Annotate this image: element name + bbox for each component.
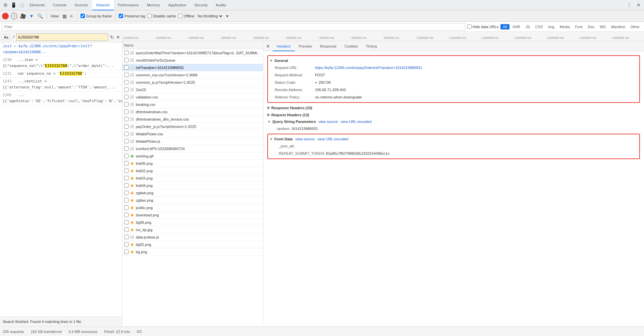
network-row-jcookies[interactable]: ⬜ data.jcokies.js <box>122 233 263 241</box>
clear-search-button[interactable]: ✕ <box>116 35 120 40</box>
network-row-init[interactable]: ⬜ init?random=1614219986931 <box>122 64 263 71</box>
network-row-common-css[interactable]: ⬜ common_css.css?cssVersion=1.9068 <box>122 71 263 79</box>
network-row-booking[interactable]: ⬜ booking.css <box>122 101 263 108</box>
disable-cache-label[interactable]: Disable cache <box>147 14 176 18</box>
record-button[interactable] <box>2 13 9 19</box>
row-checkbox[interactable] <box>124 191 129 195</box>
camera-icon[interactable]: 🎥 <box>19 13 26 19</box>
list-item[interactable]: 1230 ...Json = {\"sequence_no\":\"EJ3333… <box>0 56 122 70</box>
form-data-view-url-encoded-link[interactable]: view URL encoded <box>317 137 348 141</box>
row-checkbox[interactable] <box>124 235 129 239</box>
network-row-wdate-css[interactable]: ⬜ WdatePicker.css <box>122 130 263 138</box>
search-input[interactable] <box>16 33 108 41</box>
network-row-payorder-js[interactable]: ⬜ payOrder_js.js?scriptVersion=1.9225 <box>122 123 263 130</box>
view-source-link[interactable]: view source <box>319 120 338 124</box>
row-checkbox[interactable] <box>124 242 129 247</box>
tab-elements[interactable]: Elements <box>25 0 49 10</box>
row-checkbox[interactable] <box>124 161 129 165</box>
network-row-zgtlwb[interactable]: ▣ zgtlwb.png <box>122 189 263 197</box>
filter-type-img[interactable]: Img <box>546 24 556 29</box>
disable-cache-checkbox[interactable] <box>147 14 152 18</box>
network-row-common-js[interactable]: ⬜ common_js.js?scriptVersion=1.9225 <box>122 79 263 86</box>
throttle-select[interactable]: No throttling <box>197 14 223 18</box>
hide-data-urls-checkbox[interactable] <box>467 24 472 29</box>
offline-checkbox[interactable] <box>178 14 182 18</box>
row-checkbox[interactable] <box>124 73 129 77</box>
tab-console[interactable]: Console <box>49 0 70 10</box>
request-headers-section[interactable]: ▶ Request Headers (13) <box>267 111 640 118</box>
tab-timing[interactable]: Timing <box>362 41 381 51</box>
row-checkbox[interactable] <box>124 176 129 180</box>
filter-type-css[interactable]: CSS <box>533 24 545 29</box>
preserve-log-checkbox[interactable] <box>119 14 123 18</box>
view-url-encoded-link[interactable]: view URL encoded <box>341 120 372 124</box>
filter-type-xhr[interactable]: XHR <box>510 24 523 29</box>
row-checkbox[interactable] <box>124 124 129 129</box>
row-checkbox[interactable] <box>124 154 129 158</box>
form-data-view-source-link[interactable]: view source <box>295 137 315 141</box>
network-row-wdate-js[interactable]: ⬜ WdatePicker.js <box>122 138 263 145</box>
devtools-icon[interactable]: ⚙ <box>1 1 9 9</box>
regex-button[interactable]: .* <box>12 35 14 39</box>
network-row-bg[interactable]: ▣ bg.png <box>122 248 263 256</box>
query-string-label[interactable]: ▼ Query String Parameters <box>267 118 316 125</box>
network-row-public[interactable]: ▣ public.png <box>122 204 263 211</box>
network-row-iconfont[interactable]: ⬜ iconfont.ttf?t=1532688360724 <box>122 145 263 152</box>
row-checkbox[interactable] <box>124 139 129 143</box>
settings-icon[interactable]: ⋮ <box>625 1 633 9</box>
row-checkbox[interactable] <box>124 65 129 70</box>
network-row-dhtmlx[interactable]: ⬜ dhtmlxwindows.css <box>122 108 263 116</box>
tab-headers[interactable]: Headers <box>273 41 295 51</box>
tab-application[interactable]: Application <box>164 0 191 10</box>
network-row-dhtmlx2[interactable]: ⬜ dhtmlxwindows_dhx_terrace.css <box>122 116 263 123</box>
response-headers-section[interactable]: ▶ Response Headers (10) <box>267 104 640 111</box>
group-by-frame-checkbox[interactable] <box>80 14 85 18</box>
tab-preview[interactable]: Preview <box>295 41 316 51</box>
row-checkbox[interactable] <box>124 102 129 107</box>
grid-view-icon[interactable]: ▦ <box>62 13 67 19</box>
network-row-download[interactable]: ▣ download.png <box>122 211 263 219</box>
network-row-link05[interactable]: ▣ link05.png <box>122 160 263 167</box>
filter-input[interactable] <box>2 23 465 30</box>
row-checkbox[interactable] <box>124 169 129 173</box>
filter-type-manifest[interactable]: Manifest <box>609 24 628 29</box>
network-row-ins-tip[interactable]: ▣ ins_tip.jpg <box>122 226 263 233</box>
case-sensitive-button[interactable]: Aa <box>2 35 10 40</box>
network-row-validation[interactable]: ⬜ validation.css <box>122 93 263 101</box>
row-checkbox[interactable] <box>124 220 129 224</box>
row-checkbox[interactable] <box>124 51 129 55</box>
filter-type-media[interactable]: Media <box>557 24 572 29</box>
row-checkbox[interactable] <box>124 146 129 151</box>
close-devtools-icon[interactable]: ✕ <box>635 1 643 9</box>
preserve-log-label[interactable]: Preserve log <box>119 14 145 18</box>
row-checkbox[interactable] <box>124 183 129 188</box>
filter-type-other[interactable]: Other <box>628 24 642 29</box>
row-checkbox[interactable] <box>124 80 129 84</box>
network-row-bg02[interactable]: ▣ bg02.png <box>122 241 263 248</box>
list-item[interactable]: 1231 var sequence_no = 'EJ33332788'; <box>0 70 122 78</box>
list-item[interactable]: 1243 ...cketList = [{'alternate_flag':nu… <box>0 78 122 91</box>
filter-type-ws[interactable]: WS <box>597 24 608 29</box>
refresh-search-button[interactable]: ↻ <box>110 35 114 40</box>
network-row-link03[interactable]: ▣ link03.png <box>122 175 263 182</box>
row-checkbox[interactable] <box>124 110 129 114</box>
network-row-working-gif[interactable]: ▣ working.gif <box>122 152 263 160</box>
tab-cookies[interactable]: Cookies <box>340 41 362 51</box>
filter-type-doc[interactable]: Doc <box>586 24 597 29</box>
row-checkbox[interactable] <box>124 198 129 202</box>
network-row-query[interactable]: ⬜ queryOrderWaitTime?random=161421998571… <box>122 49 263 57</box>
tab-response[interactable]: Response <box>316 41 341 51</box>
filter-type-font[interactable]: Font <box>573 24 585 29</box>
tab-security[interactable]: Security <box>190 0 212 10</box>
row-checkbox[interactable] <box>124 87 129 92</box>
row-checkbox[interactable] <box>124 58 129 62</box>
network-row-result[interactable]: ⬜ resultOrderForDcQueue <box>122 57 263 64</box>
general-section-header[interactable]: ▼ General <box>269 57 638 64</box>
tab-performance[interactable]: Performance <box>114 0 143 10</box>
list-item[interactable]: init ← kyfw.12306.cn/otn//payOrder/init?… <box>0 43 122 56</box>
row-checkbox[interactable] <box>124 132 129 136</box>
network-row-link02[interactable]: ▣ link02.png <box>122 167 263 175</box>
filter-icon[interactable]: ▼ <box>29 13 35 19</box>
tab-network[interactable]: Network <box>92 0 114 10</box>
network-row-bg08[interactable]: ▣ bg08.png <box>122 219 263 226</box>
